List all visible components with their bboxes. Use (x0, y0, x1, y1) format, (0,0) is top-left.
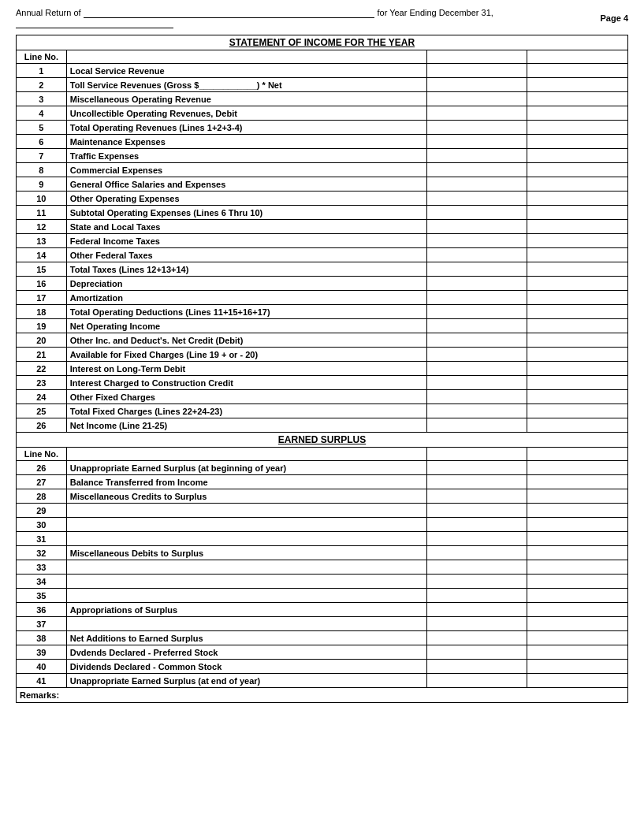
surplus-value1-34[interactable] (426, 575, 527, 589)
value1-25[interactable] (426, 404, 527, 418)
surplus-value2-33[interactable] (527, 560, 628, 575)
surplus-lineno-28: 28 (17, 489, 67, 504)
value2-2[interactable] (527, 78, 628, 92)
value1-8[interactable] (426, 163, 527, 177)
surplus-value1-37[interactable] (426, 617, 527, 631)
desc-17: Amortization (66, 291, 426, 305)
value2-17[interactable] (527, 291, 628, 305)
value2-10[interactable] (527, 192, 628, 206)
value1-22[interactable] (426, 362, 527, 376)
surplus-value1-28[interactable] (426, 489, 527, 504)
surplus-value1-32[interactable] (426, 546, 527, 560)
surplus-lineno-29: 29 (17, 504, 67, 518)
value1-20[interactable] (426, 333, 527, 348)
value1-13[interactable] (426, 234, 527, 248)
value2-24[interactable] (527, 390, 628, 404)
value2-5[interactable] (527, 121, 628, 135)
value2-15[interactable] (527, 262, 628, 277)
value2-20[interactable] (527, 333, 628, 348)
surplus-value2-32[interactable] (527, 546, 628, 560)
value1-1[interactable] (426, 64, 527, 78)
value1-2[interactable] (426, 78, 527, 92)
income-value2-header (527, 50, 628, 64)
surplus-value1-26[interactable] (426, 461, 527, 475)
surplus-value1-27[interactable] (426, 475, 527, 489)
surplus-value1-36[interactable] (426, 603, 527, 617)
for-year-label: for Year Ending December 31, (377, 8, 493, 17)
return-field[interactable] (84, 8, 375, 18)
value2-9[interactable] (527, 177, 628, 192)
header-left: Annual Return of for Year Ending Decembe… (16, 8, 601, 28)
value2-25[interactable] (527, 404, 628, 418)
value2-23[interactable] (527, 376, 628, 390)
value1-21[interactable] (426, 348, 527, 362)
value1-16[interactable] (426, 277, 527, 291)
lineno-10: 10 (17, 192, 67, 206)
surplus-value1-39[interactable] (426, 645, 527, 660)
value1-24[interactable] (426, 390, 527, 404)
surplus-desc-32: Miscellaneous Debits to Surplus (66, 546, 426, 560)
surplus-value1-33[interactable] (426, 560, 527, 575)
surplus-value2-26[interactable] (527, 461, 628, 475)
value2-26-income[interactable] (527, 418, 628, 433)
value2-4[interactable] (527, 106, 628, 121)
value2-1[interactable] (527, 64, 628, 78)
surplus-value1-41[interactable] (426, 674, 527, 688)
surplus-value1-29[interactable] (426, 504, 527, 518)
value2-7[interactable] (527, 149, 628, 163)
income-row-4: 4 Uncollectible Operating Revenues, Debi… (17, 106, 628, 121)
value2-12[interactable] (527, 220, 628, 234)
value2-11[interactable] (527, 206, 628, 220)
surplus-value2-39[interactable] (527, 645, 628, 660)
value2-16[interactable] (527, 277, 628, 291)
value1-17[interactable] (426, 291, 527, 305)
lineno-1: 1 (17, 64, 67, 78)
value2-22[interactable] (527, 362, 628, 376)
surplus-value1-31[interactable] (426, 532, 527, 546)
value2-14[interactable] (527, 248, 628, 262)
value2-13[interactable] (527, 234, 628, 248)
value1-10[interactable] (426, 192, 527, 206)
surplus-value2-35[interactable] (527, 589, 628, 603)
surplus-value2-36[interactable] (527, 603, 628, 617)
surplus-value1-40[interactable] (426, 660, 527, 674)
value1-26-income[interactable] (426, 418, 527, 433)
value2-18[interactable] (527, 305, 628, 319)
value1-5[interactable] (426, 121, 527, 135)
value1-15[interactable] (426, 262, 527, 277)
surplus-value2-34[interactable] (527, 575, 628, 589)
surplus-value2-38[interactable] (527, 631, 628, 645)
value1-9[interactable] (426, 177, 527, 192)
surplus-value1-30[interactable] (426, 518, 527, 532)
desc-18: Total Operating Deductions (Lines 11+15+… (66, 305, 426, 319)
surplus-lineno-32: 32 (17, 546, 67, 560)
surplus-value1-38[interactable] (426, 631, 527, 645)
surplus-value2-37[interactable] (527, 617, 628, 631)
value1-12[interactable] (426, 220, 527, 234)
value1-14[interactable] (426, 248, 527, 262)
value1-6[interactable] (426, 135, 527, 149)
surplus-value2-28[interactable] (527, 489, 628, 504)
surplus-value2-27[interactable] (527, 475, 628, 489)
surplus-value2-31[interactable] (527, 532, 628, 546)
surplus-value2-41[interactable] (527, 674, 628, 688)
desc-5: Total Operating Revenues (Lines 1+2+3-4) (66, 121, 426, 135)
value2-6[interactable] (527, 135, 628, 149)
surplus-value1-35[interactable] (426, 589, 527, 603)
value2-8[interactable] (527, 163, 628, 177)
year-field[interactable] (16, 18, 173, 28)
value1-23[interactable] (426, 376, 527, 390)
value2-21[interactable] (527, 348, 628, 362)
value1-18[interactable] (426, 305, 527, 319)
surplus-value2-30[interactable] (527, 518, 628, 532)
value1-19[interactable] (426, 319, 527, 333)
value2-3[interactable] (527, 92, 628, 106)
value2-19[interactable] (527, 319, 628, 333)
lineno-6: 6 (17, 135, 67, 149)
value1-4[interactable] (426, 106, 527, 121)
surplus-value2-40[interactable] (527, 660, 628, 674)
value1-11[interactable] (426, 206, 527, 220)
surplus-value2-29[interactable] (527, 504, 628, 518)
value1-7[interactable] (426, 149, 527, 163)
value1-3[interactable] (426, 92, 527, 106)
